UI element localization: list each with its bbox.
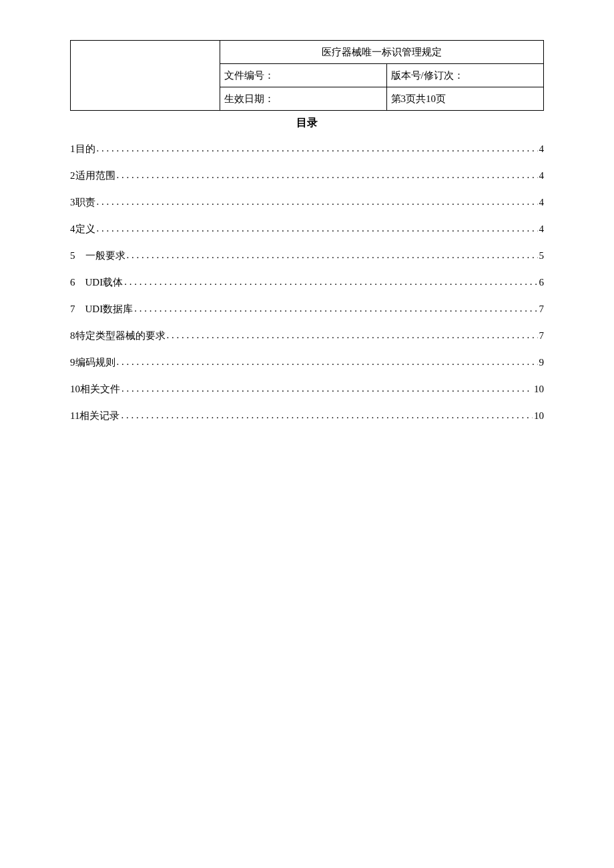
toc-dots [97, 195, 538, 205]
toc-item: 9编码规则 9 [70, 356, 544, 369]
toc-item-label: 8特定类型器械的要求 [70, 330, 166, 342]
toc-item: 8特定类型器械的要求 7 [70, 329, 544, 342]
toc-heading: 目录 [70, 116, 544, 130]
toc-dots [167, 329, 538, 339]
toc-dots [117, 356, 538, 366]
toc-dots [117, 169, 538, 179]
toc-item: 10相关文件 10 [70, 382, 544, 396]
toc-item: 6 UDI载体 6 [70, 276, 544, 289]
toc-item-page: 10 [534, 410, 544, 422]
toc-item-page: 7 [539, 304, 545, 315]
page-info: 第3页共10页 [386, 87, 543, 111]
toc-item-label: 6 UDI载体 [70, 276, 123, 289]
toc-item-label: 4定义 [70, 223, 95, 236]
toc-item-label: 5 一般要求 [70, 250, 125, 262]
toc-dots [121, 409, 533, 419]
doc-title: 医疗器械唯一标识管理规定 [220, 41, 544, 64]
toc-item: 2适用范围 4 [70, 169, 544, 182]
toc-item: 7 UDI数据库 7 [70, 302, 544, 316]
toc-item-page: 7 [539, 330, 545, 342]
toc-dots [134, 302, 537, 312]
toc-item-page: 4 [539, 224, 545, 235]
toc-item-page: 4 [539, 143, 545, 155]
toc-item-page: 4 [539, 197, 545, 208]
toc-item-label: 9编码规则 [70, 356, 115, 369]
toc-dots [121, 382, 533, 392]
toc-item-page: 6 [539, 277, 545, 288]
logo-cell [71, 41, 220, 111]
toc-item: 3职责 4 [70, 195, 544, 209]
toc-item-label: 2适用范围 [70, 169, 115, 182]
document-page: 医疗器械唯一标识管理规定 文件编号： 版本号/修订次： 生效日期： 第3页共10… [0, 0, 614, 868]
toc-item-label: 10相关文件 [70, 383, 120, 396]
toc-dots [97, 222, 538, 232]
toc-item-label: 1目的 [70, 143, 95, 155]
toc-item: 1目的 4 [70, 142, 544, 155]
toc-item-page: 5 [539, 250, 545, 262]
toc-item-label: 11相关记录 [70, 410, 119, 422]
toc-dots [124, 276, 537, 286]
eff-date-label: 生效日期： [220, 87, 386, 111]
version-label: 版本号/修订次： [386, 64, 543, 87]
toc-item: 5 一般要求 5 [70, 249, 544, 262]
toc-item-page: 10 [534, 384, 544, 395]
toc-item: 4定义 4 [70, 222, 544, 236]
toc-dots [97, 142, 538, 152]
doc-header-table: 医疗器械唯一标识管理规定 文件编号： 版本号/修订次： 生效日期： 第3页共10… [70, 40, 544, 111]
toc-item-label: 7 UDI数据库 [70, 303, 133, 316]
toc-item-label: 3职责 [70, 196, 95, 209]
toc-item: 11相关记录 10 [70, 409, 544, 422]
toc-item-page: 4 [539, 170, 545, 181]
toc-dots [127, 249, 538, 259]
toc-list: 1目的 4 2适用范围 4 3职责 4 4定义 4 5 一般要求 5 6 UDI… [70, 142, 544, 422]
doc-no-label: 文件编号： [220, 64, 386, 87]
toc-item-page: 9 [539, 357, 545, 368]
